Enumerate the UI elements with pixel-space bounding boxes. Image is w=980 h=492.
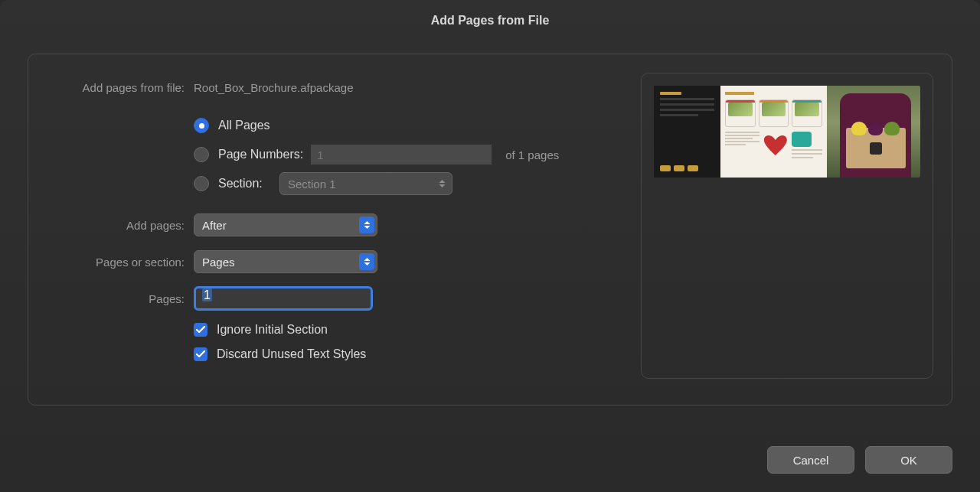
page-numbers-suffix: of 1 pages: [499, 148, 559, 161]
page-numbers-input[interactable]: [311, 145, 492, 165]
file-label: Add pages from file:: [47, 81, 194, 94]
cancel-button[interactable]: Cancel: [767, 446, 854, 474]
ignore-initial-checkbox[interactable]: [194, 323, 207, 337]
radio-page-numbers-label: Page Numbers:: [217, 148, 303, 161]
radio-section[interactable]: [194, 176, 209, 191]
content-frame: Add pages from file: Root_Box_Brochure.a…: [28, 54, 952, 406]
addpages-value: After: [202, 219, 227, 232]
updown-icon: [434, 175, 449, 192]
targetpages-input[interactable]: 1: [194, 286, 373, 311]
discard-styles-label: Discard Unused Text Styles: [215, 347, 366, 361]
targetpages-value: 1: [202, 288, 212, 301]
addpages-select[interactable]: After: [194, 213, 377, 236]
add-pages-dialog: Add Pages from File Add pages from file:…: [0, 0, 980, 492]
pagesorsection-select[interactable]: Pages: [194, 250, 377, 273]
ignore-initial-label: Ignore Initial Section: [215, 323, 328, 337]
updown-icon: [359, 253, 374, 270]
pagesorsection-label: Pages or section:: [47, 256, 194, 269]
section-select-value: Section 1: [288, 178, 336, 191]
dialog-footer: Cancel OK: [767, 446, 952, 474]
pagesorsection-value: Pages: [202, 256, 235, 269]
radio-page-numbers[interactable]: [194, 147, 209, 162]
discard-styles-checkbox[interactable]: [194, 347, 207, 361]
radio-all-pages[interactable]: [194, 118, 209, 133]
ok-button[interactable]: OK: [865, 446, 952, 474]
preview-panel: [641, 73, 933, 379]
radio-all-pages-label: All Pages: [217, 119, 270, 132]
preview-thumbnail: [654, 86, 920, 178]
radio-section-label: Section:: [217, 177, 272, 191]
targetpages-label: Pages:: [47, 292, 194, 305]
section-select[interactable]: Section 1: [279, 172, 452, 195]
updown-icon: [359, 217, 374, 233]
form-column: Add pages from file: Root_Box_Brochure.a…: [47, 73, 622, 386]
addpages-label: Add pages:: [47, 219, 194, 232]
dialog-title: Add Pages from File: [0, 0, 980, 38]
file-name: Root_Box_Brochure.afpackage: [194, 81, 353, 94]
